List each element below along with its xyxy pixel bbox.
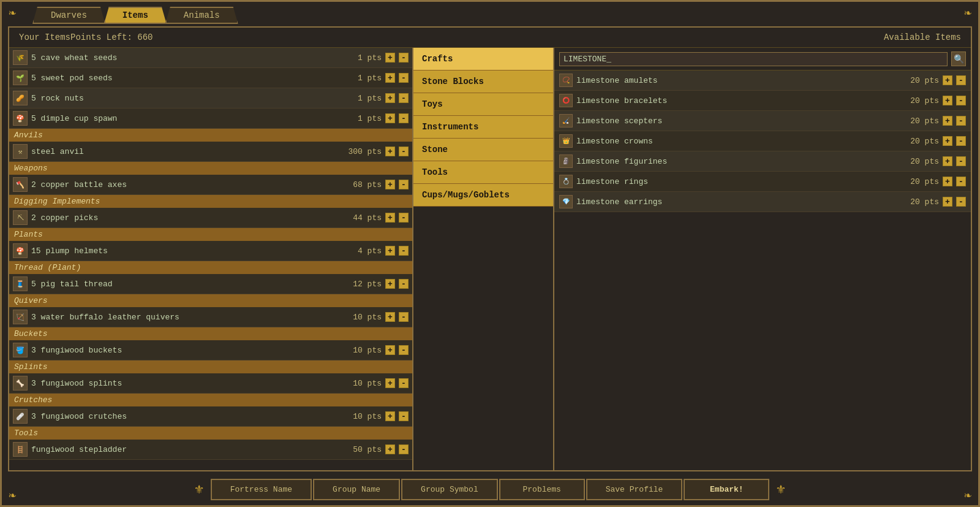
search-button[interactable]: 🔍 [951,51,966,66]
decrease-button[interactable]: - [399,411,409,421]
right-panel: 🔍 📿limestone amulets20 pts+-⭕limestone b… [554,48,971,470]
increase-button[interactable]: + [385,345,395,355]
item-icon: 🏹 [13,310,28,324]
decrease-button[interactable]: - [399,246,409,256]
available-items-label: Available Items [884,32,961,42]
list-item[interactable]: ⛏2 copper picks44 pts+- [9,208,412,228]
avail-decrease-button[interactable]: - [956,197,966,207]
avail-item-pts: 20 pts [905,197,939,207]
item-name: 2 copper picks [31,213,341,223]
decrease-button[interactable]: - [399,213,409,223]
list-item[interactable]: 🍄5 dimple cup spawn1 pts+- [9,109,412,129]
increase-button[interactable]: + [385,378,395,388]
item-pts: 1 pts [345,94,382,103]
increase-button[interactable]: + [385,53,395,63]
avail-decrease-button[interactable]: - [956,75,966,85]
problems-button[interactable]: Problems [499,479,585,500]
list-item[interactable]: 🏹3 water buffalo leather quivers10 pts+- [9,307,412,327]
tab-dwarves[interactable]: Dwarves [32,7,105,24]
list-item[interactable]: ⚒steel anvil300 pts+- [9,142,412,162]
item-name: 3 fungiwood buckets [31,346,341,355]
item-name: 3 fungiwood crutches [31,412,341,421]
decrease-button[interactable]: - [399,113,409,123]
increase-button[interactable]: + [385,411,395,421]
list-item[interactable]: 🪜fungiwood stepladder50 pts+- [9,440,412,460]
avail-item-row[interactable]: 📿limestone amulets20 pts+- [554,71,971,91]
list-item[interactable]: 🥜5 rock nuts1 pts+- [9,88,412,109]
avail-item-row[interactable]: 🗿limestone figurines20 pts+- [554,151,971,172]
decrease-button[interactable]: - [399,180,409,189]
category-header: Digging Implements [9,195,412,208]
increase-button[interactable]: + [385,444,395,454]
avail-item-icon: 👑 [559,134,573,148]
decrease-button[interactable]: - [399,312,409,322]
group-symbol-button[interactable]: Group Symbol [401,479,498,500]
category-item[interactable]: Cups/Mugs/Goblets [413,184,553,207]
increase-button[interactable]: + [385,312,395,322]
list-item[interactable]: 🪣3 fungiwood buckets10 pts+- [9,340,412,360]
increase-button[interactable]: + [385,73,395,83]
category-item[interactable]: Tools [413,161,553,184]
item-pts: 4 pts [345,246,382,256]
save-profile-button[interactable]: Save Profile [586,479,683,500]
decrease-button[interactable]: - [399,147,409,156]
avail-decrease-button[interactable]: - [956,156,966,166]
avail-decrease-button[interactable]: - [956,177,966,186]
avail-item-row[interactable]: 👑limestone crowns20 pts+- [554,131,971,151]
avail-item-row[interactable]: ⭕limestone bracelets20 pts+- [554,91,971,111]
avail-item-row[interactable]: 🏑limestone scepters20 pts+- [554,111,971,131]
avail-increase-button[interactable]: + [943,197,952,207]
category-item[interactable]: Stone Blocks [413,71,553,93]
category-header: Plants [9,228,412,241]
group-name-button[interactable]: Group Name [313,479,400,500]
avail-item-row[interactable]: 💎limestone earrings20 pts+- [554,192,971,212]
increase-button[interactable]: + [385,180,395,189]
list-item[interactable]: 🩹3 fungiwood crutches10 pts+- [9,406,412,427]
increase-button[interactable]: + [385,279,395,289]
category-item[interactable]: Toys [413,93,553,116]
list-item[interactable]: 🦴3 fungiwood splints10 pts+- [9,373,412,394]
category-item[interactable]: Stone [413,139,553,161]
decrease-button[interactable]: - [399,73,409,83]
item-icon: 🪜 [13,442,28,457]
list-item[interactable]: 🪓2 copper battle axes68 pts+- [9,175,412,195]
increase-button[interactable]: + [385,147,395,156]
your-items-label: Your Items [19,32,70,42]
list-item[interactable]: 🧵5 pig tail thread12 pts+- [9,274,412,294]
increase-button[interactable]: + [385,246,395,256]
category-item[interactable]: Instruments [413,116,553,139]
embark-button[interactable]: Embark! [684,479,769,500]
avail-item-pts: 20 pts [905,96,939,105]
decrease-button[interactable]: - [399,53,409,63]
item-icon: 🍄 [13,243,28,258]
decrease-button[interactable]: - [399,444,409,454]
avail-item-row[interactable]: 💍limestone rings20 pts+- [554,172,971,192]
avail-increase-button[interactable]: + [943,75,952,85]
decrease-button[interactable]: - [399,93,409,103]
tab-animals[interactable]: Animals [165,7,238,24]
avail-item-pts: 20 pts [905,76,939,85]
item-icon: 🌾 [13,50,28,65]
avail-increase-button[interactable]: + [943,96,952,105]
avail-decrease-button[interactable]: - [956,116,966,126]
avail-decrease-button[interactable]: - [956,136,966,146]
avail-decrease-button[interactable]: - [956,96,966,105]
increase-button[interactable]: + [385,93,395,103]
increase-button[interactable]: + [385,213,395,223]
search-input[interactable] [559,52,948,66]
list-item[interactable]: 🍄15 plump helmets4 pts+- [9,241,412,261]
avail-item-pts: 20 pts [905,157,939,166]
avail-increase-button[interactable]: + [943,136,952,146]
category-item[interactable]: Crafts [413,48,553,71]
list-item[interactable]: 🌱5 sweet pod seeds1 pts+- [9,68,412,88]
decrease-button[interactable]: - [399,279,409,289]
avail-increase-button[interactable]: + [943,177,952,186]
tab-items[interactable]: Items [104,7,167,24]
fortress-name-button[interactable]: Fortress Name [211,479,312,500]
increase-button[interactable]: + [385,113,395,123]
avail-increase-button[interactable]: + [943,156,952,166]
decrease-button[interactable]: - [399,378,409,388]
decrease-button[interactable]: - [399,345,409,355]
list-item[interactable]: 🌾5 cave wheat seeds1 pts+- [9,48,412,68]
avail-increase-button[interactable]: + [943,116,952,126]
